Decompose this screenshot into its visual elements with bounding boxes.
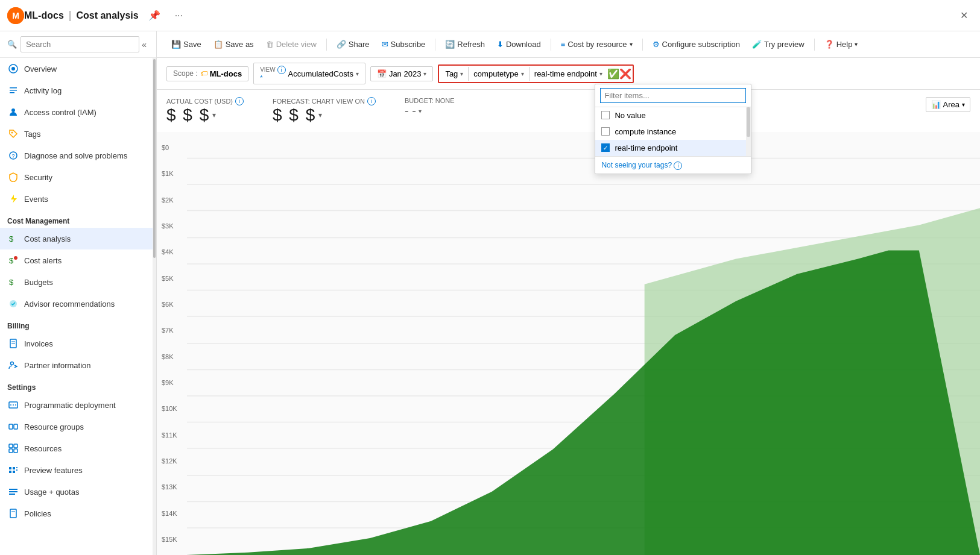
svg-rect-33	[13, 471, 15, 473]
y-axis: $15K $14K $13K $12K $11K $10K $9K $8K $7…	[157, 132, 187, 555]
scope-tag-icon: 🏷	[200, 69, 207, 78]
more-button[interactable]: ···	[170, 8, 188, 24]
svg-rect-38	[9, 494, 15, 495]
chart-type-selector[interactable]: 📊 Area ▾	[926, 97, 970, 112]
sidebar-item-resources[interactable]: Resources	[0, 437, 153, 459]
filter-cancel-button[interactable]: ❌	[619, 68, 631, 80]
sidebar-item-events[interactable]: Events	[0, 188, 153, 210]
save-as-icon: 📋	[213, 40, 223, 49]
budgets-icon: $	[7, 276, 19, 288]
download-button[interactable]: ⬇ Download	[492, 37, 546, 51]
delete-view-button[interactable]: 🗑 Delete view	[261, 37, 321, 51]
sidebar-item-security[interactable]: Security	[0, 166, 153, 188]
actual-cost-expand-icon[interactable]: ▾	[212, 111, 216, 119]
toolbar-separator-2	[435, 39, 435, 51]
help-button[interactable]: ❓ Help ▾	[820, 37, 863, 51]
try-preview-button[interactable]: 🧪 Try preview	[747, 37, 809, 51]
advisor-icon	[7, 298, 19, 310]
sidebar-item-programmatic[interactable]: Programmatic deployment	[0, 394, 153, 416]
y-label-14k: $14K	[162, 510, 187, 517]
no-value-checkbox[interactable]	[601, 111, 610, 119]
close-icon[interactable]: ✕	[955, 7, 973, 24]
pin-button[interactable]: 📌	[144, 7, 165, 24]
cost-by-resource-button[interactable]: ≡ Cost by resource ▾	[556, 37, 637, 51]
app-logo: M	[7, 7, 24, 24]
svg-rect-39	[10, 509, 16, 518]
sidebar-item-diagnose[interactable]: ? Diagnose and solve problems	[0, 145, 153, 166]
computetype-selector[interactable]: computetype ▾	[469, 67, 529, 81]
area-chart	[187, 132, 980, 555]
chart-type-label: Area	[943, 100, 959, 109]
sidebar: 🔍 « Overview	[0, 31, 157, 555]
dropdown-filter-input[interactable]	[600, 88, 746, 103]
svg-point-7	[11, 108, 15, 112]
endpoint-chevron: ▾	[599, 71, 602, 77]
sidebar-item-cost-analysis[interactable]: $ Cost analysis	[0, 228, 153, 249]
share-icon: 🔗	[337, 40, 346, 49]
sidebar-item-resource-groups[interactable]: Resource groups	[0, 416, 153, 437]
collapse-sidebar-button[interactable]: «	[139, 37, 149, 52]
budget-expand-icon[interactable]: ▾	[419, 108, 422, 114]
sidebar-item-policies[interactable]: Policies	[0, 503, 153, 524]
search-input[interactable]	[21, 36, 139, 52]
dropdown-item-no-value[interactable]: No value	[595, 107, 751, 124]
date-selector[interactable]: 📅 Jan 2023 ▾	[370, 66, 434, 81]
preview-icon	[7, 464, 19, 476]
view-label-text: VIEW i	[260, 66, 285, 74]
svg-rect-36	[9, 489, 17, 490]
delete-icon: 🗑	[266, 40, 274, 49]
endpoint-selector[interactable]: real-time endpoint ▾	[530, 67, 607, 81]
chart-area-icon: 📊	[931, 100, 941, 109]
actual-cost-area	[187, 251, 980, 555]
dropdown-item-real-time[interactable]: ✓ real-time endpoint	[595, 140, 751, 156]
subscribe-button[interactable]: ✉ Subscribe	[377, 37, 431, 51]
save-button[interactable]: 💾 Save	[166, 37, 206, 51]
view-asterisk: *	[260, 74, 285, 81]
sidebar-item-label-overview: Overview	[24, 64, 57, 74]
sidebar-item-preview[interactable]: Preview features	[0, 459, 153, 481]
dropdown-item-compute-instance[interactable]: compute instance	[595, 124, 751, 140]
not-seeing-tags-link[interactable]: Not seeing your tags? i	[601, 161, 682, 169]
scope-selector[interactable]: Scope : 🏷 ML-docs	[166, 66, 248, 81]
computetype-label-text: computetype	[473, 69, 518, 78]
tag-selector[interactable]: Tag ▾	[440, 67, 469, 81]
compute-instance-checkbox[interactable]	[601, 127, 610, 136]
forecast-expand-icon[interactable]: ▾	[318, 111, 322, 119]
sidebar-item-cost-alerts[interactable]: $ Cost alerts	[0, 249, 153, 271]
cost-by-resource-icon: ≡	[561, 40, 566, 49]
configure-subscription-button[interactable]: ⚙ Configure subscription	[648, 37, 745, 51]
sidebar-item-overview[interactable]: Overview	[0, 58, 153, 80]
save-as-button[interactable]: 📋 Save as	[209, 37, 259, 51]
real-time-label: real-time endpoint	[615, 143, 677, 152]
cost-analysis-icon: $	[7, 233, 19, 245]
sidebar-item-budgets[interactable]: $ Budgets	[0, 271, 153, 293]
sidebar-item-usage[interactable]: Usage + quotas	[0, 481, 153, 503]
actual-cost-info-icon: i	[235, 97, 244, 105]
sidebar-item-partner[interactable]: Partner information	[0, 354, 153, 376]
endpoint-dropdown-popup: No value compute instance ✓ real-time en…	[595, 84, 751, 174]
dropdown-search-area	[595, 84, 751, 107]
sidebar-item-tags[interactable]: Tags	[0, 123, 153, 145]
sidebar-item-invoices[interactable]: Invoices	[0, 333, 153, 354]
toolbar-separator-1	[326, 39, 327, 51]
budget-label: BUDGET: NONE	[405, 97, 455, 104]
actual-cost-value: $ $ $ ▾	[166, 105, 244, 125]
svg-text:$: $	[9, 234, 14, 243]
svg-rect-27	[14, 444, 17, 448]
sidebar-item-label-events: Events	[24, 195, 48, 204]
overview-icon	[7, 63, 19, 75]
chart-svg-container	[187, 132, 980, 555]
view-selector[interactable]: VIEW i * AccumulatedCosts ▾	[253, 63, 365, 84]
sidebar-scrollbar[interactable]	[153, 58, 156, 555]
dropdown-list-container: No value compute instance ✓ real-time en…	[595, 107, 751, 156]
sidebar-item-advisor[interactable]: Advisor recommendations	[0, 293, 153, 315]
forecast-label: FORECAST: CHART VIEW ON i	[273, 97, 376, 105]
sidebar-item-iam[interactable]: Access control (IAM)	[0, 101, 153, 123]
share-button[interactable]: 🔗 Share	[332, 37, 375, 51]
refresh-button[interactable]: 🔄 Refresh	[440, 37, 490, 51]
sidebar-item-activity-log[interactable]: Activity log	[0, 80, 153, 101]
real-time-checkbox[interactable]: ✓	[601, 143, 610, 152]
y-label-13k: $13K	[162, 483, 187, 491]
filter-confirm-button[interactable]: ✅	[607, 68, 619, 80]
dropdown-scrollbar[interactable]	[746, 107, 751, 156]
